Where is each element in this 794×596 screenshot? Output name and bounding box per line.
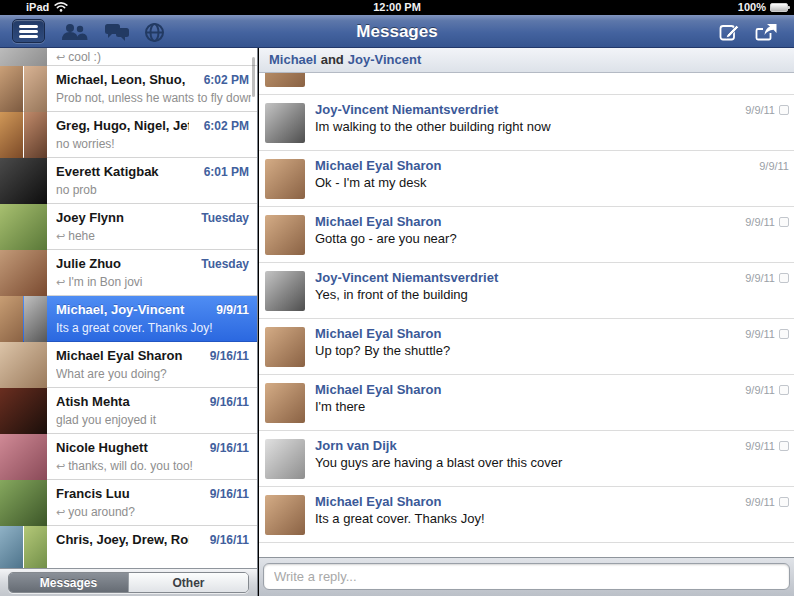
conversation-row-partial[interactable]: ↩cool :) <box>0 48 257 66</box>
conversation-row[interactable]: Everett Katigbak6:01 PMno prob <box>0 158 257 204</box>
conversation-row[interactable]: Francis Luu9/16/11↩you around? <box>0 480 257 526</box>
avatar-photo <box>0 112 23 158</box>
avatar <box>265 73 305 87</box>
message-checkbox[interactable] <box>779 385 789 395</box>
conversation-row[interactable]: Greg, Hugo, Nigel, Jeff,...6:02 PMno wor… <box>0 112 257 158</box>
avatar <box>0 48 47 66</box>
avatar <box>0 342 47 388</box>
message-sender[interactable]: Jorn van Dijk <box>315 438 397 453</box>
conversation-row[interactable]: Michael, Leon, Shuo, Jona...6:02 PMProb … <box>0 66 257 112</box>
conversation-row[interactable]: Michael Eyal Sharon9/16/11What are you d… <box>0 342 257 388</box>
message-sender[interactable]: Michael Eyal Sharon <box>315 214 441 229</box>
message-text: Yes, in front of the building <box>315 287 702 302</box>
conversation-sidebar: ↩cool :) Michael, Leon, Shuo, Jona...6:0… <box>0 48 258 596</box>
avatar-photo <box>24 66 47 112</box>
avatar <box>265 271 305 311</box>
avatar <box>0 480 47 526</box>
avatar <box>265 439 305 479</box>
conversation-name: Everett Katigbak <box>56 164 189 179</box>
avatar <box>0 158 47 204</box>
status-bar: iPad 12:00 PM 100% <box>0 0 794 15</box>
avatar-photo <box>24 526 47 568</box>
conversation-timestamp: 9/16/11 <box>210 441 249 455</box>
avatar <box>0 434 47 480</box>
mailbox-segmented-control: Messages Other <box>8 572 249 593</box>
participant-link[interactable]: Joy-Vincent <box>348 52 421 67</box>
navigation-bar: Messages <box>0 15 794 48</box>
message-text: Up top? By the shuttle? <box>315 343 702 358</box>
conversation-row[interactable]: Julie ZhuoTuesday↩I'm in Bon jovi <box>0 250 257 296</box>
conversation-timestamp: 6:01 PM <box>204 165 249 179</box>
conversation-row[interactable]: Joey FlynnTuesday↩hehe <box>0 204 257 250</box>
reply-input[interactable] <box>263 563 790 590</box>
avatar-photo <box>0 434 47 480</box>
battery-icon <box>770 3 788 12</box>
message-row: Michael Eyal SharonUp top? By the shuttl… <box>259 319 794 375</box>
message-checkbox[interactable] <box>779 105 789 115</box>
message-sender[interactable]: Michael Eyal Sharon <box>315 494 441 509</box>
conversation-row[interactable]: Michael, Joy-Vincent9/9/11Its a great co… <box>0 296 257 342</box>
message-checkbox[interactable] <box>779 217 789 227</box>
scrollbar[interactable] <box>252 57 255 97</box>
mailbox-toolbar: Messages Other <box>0 568 257 596</box>
avatar <box>0 204 47 250</box>
conversation-preview: ↩hehe <box>56 229 251 243</box>
avatar-photo <box>0 526 23 568</box>
message-checkbox[interactable] <box>779 497 789 507</box>
compose-icon[interactable] <box>719 22 740 42</box>
participant-link[interactable]: Michael <box>269 52 317 67</box>
message-meta: 9/9/11 <box>745 496 789 508</box>
conversation-name: Greg, Hugo, Nigel, Jeff,... <box>56 118 189 133</box>
message-checkbox[interactable] <box>779 329 789 339</box>
conversation-row[interactable]: Atish Mehta9/16/11glad you enjoyed it <box>0 388 257 434</box>
message-row: Joy-Vincent NiemantsverdrietYes, in fron… <box>259 263 794 319</box>
message-sender[interactable]: Joy-Vincent Niemantsverdriet <box>315 270 498 285</box>
message-row: Michael Eyal SharonI'm there9/9/11 <box>259 375 794 431</box>
conversation-timestamp: Tuesday <box>201 211 249 225</box>
share-icon[interactable] <box>755 22 778 42</box>
avatar <box>0 112 47 158</box>
avatar-photo <box>0 204 47 250</box>
conversation-name: Atish Mehta <box>56 394 189 409</box>
reply-arrow-icon: ↩ <box>56 230 65 242</box>
header-connector: and <box>321 52 344 67</box>
message-checkbox[interactable] <box>779 273 789 283</box>
avatar-photo <box>0 66 23 112</box>
message-sender[interactable]: Joy-Vincent Niemantsverdriet <box>315 102 498 117</box>
conversation-preview: glad you enjoyed it <box>56 413 251 427</box>
avatar <box>265 215 305 255</box>
avatar-photo <box>0 480 47 526</box>
avatar <box>0 66 47 112</box>
thread-header: MichaelandJoy-Vincent <box>259 48 794 73</box>
conversation-row[interactable]: Chris, Joey, Drew, Rob, Fr...9/16/11 <box>0 526 257 568</box>
avatar <box>265 495 305 535</box>
conversation-timestamp: Tuesday <box>201 257 249 271</box>
message-sender[interactable]: Michael Eyal Sharon <box>315 158 441 173</box>
conversation-timestamp: 9/16/11 <box>210 487 249 501</box>
reply-arrow-icon: ↩ <box>56 276 65 288</box>
conversation-name: Michael, Joy-Vincent <box>56 302 189 317</box>
avatar-photo <box>0 388 47 434</box>
message-timestamp: 9/9/11 <box>759 160 789 172</box>
conversation-timestamp: 9/16/11 <box>210 533 249 547</box>
tab-messages[interactable]: Messages <box>9 573 128 592</box>
conversation-preview: no worries! <box>56 137 251 151</box>
avatar <box>265 327 305 367</box>
message-meta: 9/9/11 <box>745 384 789 396</box>
avatar-photo <box>0 342 47 388</box>
message-timestamp: 9/9/11 <box>745 328 775 340</box>
tab-other[interactable]: Other <box>128 573 248 592</box>
message-meta: 9/9/11 <box>745 440 789 452</box>
conversation-name: Michael, Leon, Shuo, Jona... <box>56 72 189 87</box>
message-meta: 9/9/11 <box>745 216 789 228</box>
message-sender[interactable]: Michael Eyal Sharon <box>315 382 441 397</box>
page-title: Messages <box>0 22 794 42</box>
avatar <box>265 159 305 199</box>
conversation-row[interactable]: Nicole Hughett9/16/11↩thanks, will do. y… <box>0 434 257 480</box>
message-row <box>259 73 794 95</box>
message-list: Joy-Vincent NiemantsverdrietIm walking t… <box>259 73 794 557</box>
conversation-preview: ↩thanks, will do. you too! <box>56 459 251 473</box>
conversation-name: Joey Flynn <box>56 210 189 225</box>
message-checkbox[interactable] <box>779 441 789 451</box>
message-sender[interactable]: Michael Eyal Sharon <box>315 326 441 341</box>
